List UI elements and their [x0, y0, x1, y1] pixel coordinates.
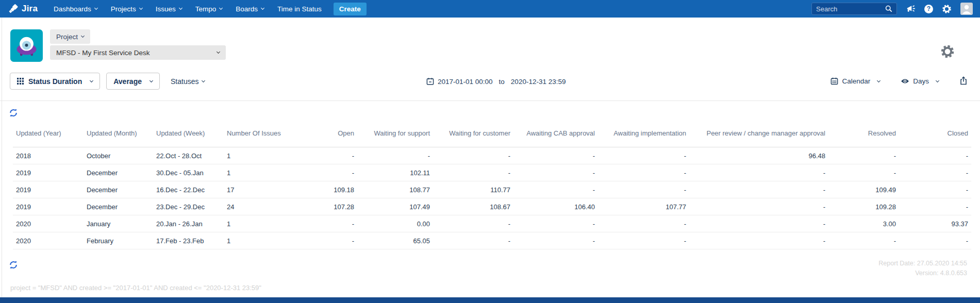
- table-cell: 108.67: [433, 198, 513, 215]
- nav-item-label: Time in Status: [277, 5, 322, 13]
- table-cell: October: [84, 147, 153, 164]
- report-date: Report Date: 27.05.2020 14:55: [878, 259, 967, 268]
- table-row: 2018October22.Oct - 28.Oct1-----96.48--: [13, 147, 971, 164]
- table-cell: -: [828, 147, 899, 164]
- user-avatar[interactable]: [960, 3, 973, 15]
- table-cell: 1: [224, 215, 286, 232]
- time-unit-dropdown[interactable]: Days: [901, 77, 939, 85]
- nav-item-dashboards[interactable]: Dashboards: [47, 0, 104, 18]
- table-cell: 17: [224, 181, 286, 198]
- date-from: 2017-01-01 00:00: [438, 77, 493, 85]
- footer-refresh-row: [9, 261, 980, 271]
- table-cell: -: [286, 215, 357, 232]
- project-selectors: Project MFSD - My First Service Desk: [50, 29, 226, 62]
- table-cell: 107.77: [598, 198, 689, 215]
- table-cell: -: [513, 147, 598, 164]
- report-type-button[interactable]: Status Duration: [10, 73, 100, 90]
- table-cell: February: [84, 232, 153, 249]
- column-header: Open: [286, 126, 357, 147]
- eye-icon: [901, 78, 909, 85]
- metric-button[interactable]: Average: [106, 73, 160, 90]
- table-cell: 2020: [13, 232, 84, 249]
- table-cell: 1: [224, 164, 286, 181]
- table-cell: -: [433, 215, 513, 232]
- column-header: Updated (Week): [153, 126, 224, 147]
- table-cell: -: [828, 164, 899, 181]
- nav-item-label: Projects: [111, 5, 136, 13]
- chevron-down-icon: [202, 78, 205, 82]
- refresh-button[interactable]: [9, 109, 18, 119]
- project-select[interactable]: MFSD - My First Service Desk: [50, 45, 226, 60]
- table-cell: -: [689, 198, 828, 215]
- table-cell: -: [598, 215, 689, 232]
- project-avatar: [10, 29, 43, 62]
- table-cell: -: [286, 164, 357, 181]
- nav-item-projects[interactable]: Projects: [104, 0, 149, 18]
- table-cell: 2019: [13, 181, 84, 198]
- table-cell: -: [357, 147, 433, 164]
- table-cell: 109.49: [828, 181, 899, 198]
- project-type-label: Project: [56, 33, 78, 41]
- table-cell: 96.48: [689, 147, 828, 164]
- question-mark-icon: ?: [924, 5, 933, 13]
- export-button[interactable]: [959, 76, 968, 87]
- chevron-down-icon: [150, 78, 153, 82]
- create-button[interactable]: Create: [334, 3, 367, 15]
- grid-icon: [17, 78, 24, 85]
- table-cell: 109.18: [286, 181, 357, 198]
- report-settings-button[interactable]: [940, 44, 955, 60]
- table-body: 2018October22.Oct - 28.Oct1-----96.48--2…: [13, 147, 971, 249]
- statuses-label: Statuses: [171, 77, 198, 86]
- nav-item-boards[interactable]: Boards: [229, 0, 271, 18]
- refresh-icon: [9, 109, 18, 117]
- table-cell: -: [689, 215, 828, 232]
- table-cell: 30.Dec - 05.Jan: [153, 164, 224, 181]
- search-input[interactable]: [816, 5, 885, 13]
- date-range-picker[interactable]: 2017-01-01 00:00 to 2020-12-31 23:59: [426, 77, 566, 85]
- date-separator: to: [499, 77, 505, 85]
- help-button[interactable]: ?: [924, 5, 933, 13]
- table-cell: 2019: [13, 164, 84, 181]
- jira-logo[interactable]: Jira: [8, 4, 38, 14]
- bottom-bar: [0, 297, 980, 303]
- table-cell: 2019: [13, 198, 84, 215]
- admin-settings-button[interactable]: [942, 4, 952, 14]
- statuses-dropdown[interactable]: Statuses: [171, 77, 205, 86]
- chevron-down-icon: [877, 78, 881, 82]
- chevron-down-icon: [94, 6, 98, 10]
- nav-item-issues[interactable]: Issues: [149, 0, 189, 18]
- table-cell: -: [828, 232, 899, 249]
- table-cell: 2018: [13, 147, 84, 164]
- chevron-down-icon: [217, 50, 220, 54]
- project-type-dropdown[interactable]: Project: [50, 29, 90, 44]
- top-navbar: Jira DashboardsProjectsIssuesTempoBoards…: [0, 0, 980, 18]
- gear-icon: [940, 44, 955, 59]
- table-cell: 1: [224, 232, 286, 249]
- refresh-icon: [9, 261, 18, 269]
- table-cell: 3.00: [828, 215, 899, 232]
- table-cell: -: [433, 164, 513, 181]
- nav-item-label: Tempo: [195, 5, 217, 13]
- table-cell: -: [689, 181, 828, 198]
- user-avatar-icon: [960, 3, 973, 15]
- announcements-button[interactable]: [906, 4, 916, 13]
- table-cell: -: [598, 181, 689, 198]
- calendar-type-dropdown[interactable]: Calendar: [830, 77, 880, 85]
- table-cell: 65.05: [357, 232, 433, 249]
- chevron-down-icon: [219, 6, 223, 10]
- nav-item-tempo[interactable]: Tempo: [189, 0, 229, 18]
- nav-item-time-in-status[interactable]: Time in Status: [271, 0, 328, 18]
- refresh-button[interactable]: [9, 261, 18, 271]
- table-cell: -: [433, 147, 513, 164]
- table-cell: December: [84, 181, 153, 198]
- table-row: 2020February17.Feb - 23.Feb1-65.05------: [13, 232, 971, 249]
- navbar-search[interactable]: [811, 3, 897, 15]
- table-cell: -: [598, 147, 689, 164]
- table-cell: -: [689, 232, 828, 249]
- table-cell: -: [899, 147, 971, 164]
- calendar-icon: [426, 77, 434, 85]
- chevron-down-icon: [261, 6, 264, 10]
- column-header: Awaiting implementation: [598, 126, 689, 147]
- navbar-menu: DashboardsProjectsIssuesTempoBoardsTime …: [47, 0, 328, 18]
- navbar-icons: ?: [906, 3, 973, 15]
